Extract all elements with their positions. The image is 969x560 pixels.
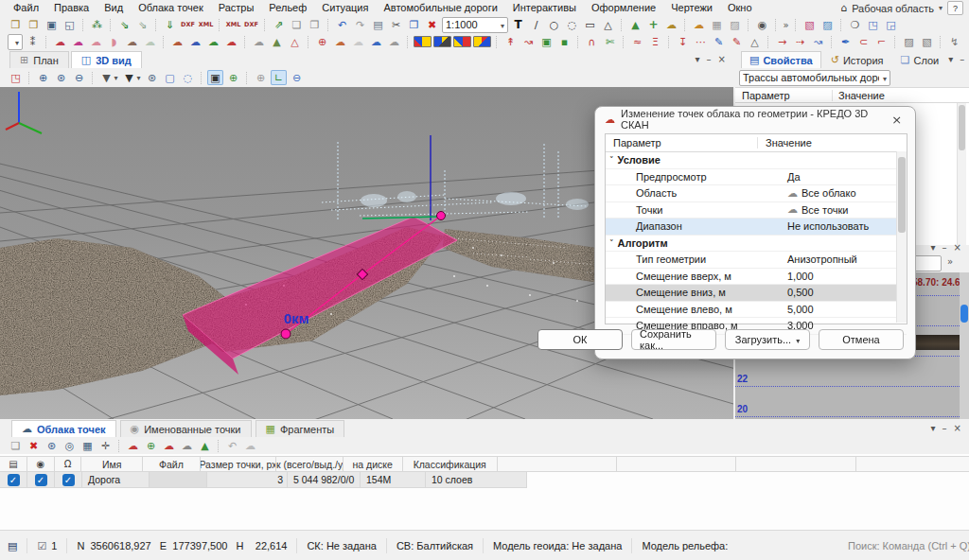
select-examine-icon[interactable]: ⊛ <box>144 70 160 85</box>
loop-tool-icon[interactable]: ∩ <box>584 34 600 49</box>
delete-item-icon[interactable]: ✖ <box>26 438 42 453</box>
param-row[interactable]: Точки Все точки <box>606 202 907 219</box>
cloud-move-icon[interactable]: ☁ <box>332 34 348 49</box>
scale-select[interactable]: 1:1000 <box>442 17 508 33</box>
cancel-button[interactable]: Отмена <box>819 329 904 350</box>
rail-lines-icon[interactable]: Ξ <box>647 34 663 49</box>
redo-icon[interactable]: ↷ <box>352 17 368 32</box>
zoom-out-icon[interactable]: ⊖ <box>71 70 87 85</box>
coordinate-system[interactable]: СК: Не задана <box>307 540 376 551</box>
import-cloud-icon[interactable]: ⇘ <box>116 17 132 32</box>
param-row-highlighted[interactable]: ДиапазонНе использовать <box>606 219 907 236</box>
cloud-restore-icon[interactable]: ↶ <box>224 438 240 453</box>
tab-3d-view[interactable]: ◫ 3D вид <box>71 51 142 68</box>
load-button[interactable]: Загрузить... <box>725 329 810 350</box>
raster-one-icon[interactable]: ▦ <box>709 17 725 32</box>
column-file[interactable]: Файл <box>143 456 201 472</box>
dialog-scrollbar[interactable] <box>896 151 907 323</box>
paste-icon[interactable]: ▤ <box>370 17 386 32</box>
cloud-section-icon[interactable]: ◗ <box>106 34 122 49</box>
raster-two-icon[interactable]: ▨ <box>727 17 743 32</box>
open-document-icon[interactable]: ❒ <box>8 17 24 32</box>
rail-zigzag-icon[interactable]: ≈ <box>629 34 645 49</box>
dots-tool-icon[interactable]: ⋯ <box>693 34 709 49</box>
column-classification[interactable]: Классификация <box>403 456 498 472</box>
diagram-pink-icon[interactable]: ▧ <box>802 17 818 32</box>
find-item-icon[interactable]: ⊛ <box>44 438 60 453</box>
arrow-one-icon[interactable]: → <box>774 34 790 49</box>
panel-collapse-icon[interactable]: ▾ <box>696 54 700 64</box>
menu-drawings[interactable]: Чертежи <box>663 0 720 16</box>
workspace-label[interactable]: Рабочая область <box>852 3 934 14</box>
copy-view-icon[interactable]: ❏ <box>289 17 305 32</box>
wave-arrow-icon[interactable]: ↝ <box>810 34 826 49</box>
axis-tool-icon[interactable]: ↧ <box>675 34 691 49</box>
cloud-above-icon[interactable]: ☁ <box>142 34 158 49</box>
pen-tool-icon[interactable]: ✒ <box>837 34 854 49</box>
delete-icon[interactable]: ✖ <box>424 17 440 32</box>
cut-icon[interactable]: ✂ <box>388 17 404 32</box>
menu-file[interactable]: Файл <box>6 0 46 16</box>
point-numbers-icon[interactable]: ⁑ <box>25 34 41 49</box>
cloud-locate-icon[interactable]: ⊕ <box>143 438 159 453</box>
new-item-icon[interactable]: ❏ <box>8 438 24 453</box>
param-row-selected[interactable]: Смещение вниз, м0,500 <box>606 285 907 302</box>
tree-tool-icon[interactable]: ↟ <box>964 34 969 49</box>
menu-roads[interactable]: Автомобильные дороги <box>376 0 504 16</box>
column-name[interactable]: Имя <box>81 456 143 472</box>
classify-auto-icon[interactable] <box>473 36 491 47</box>
panel-close-icon[interactable]: × <box>718 54 726 64</box>
cloud-noise-icon[interactable]: ☁ <box>223 34 239 49</box>
text-tool-icon[interactable]: T <box>510 17 526 32</box>
param-row[interactable]: Смещение влево, м5,000 <box>606 302 907 319</box>
circle-tool-icon[interactable]: ◌ <box>564 17 580 32</box>
menu-point-clouds[interactable]: Облака точек <box>131 0 211 16</box>
group-caret-icon[interactable]: ˅ <box>609 238 614 248</box>
diag-view-two-icon[interactable]: ▧ <box>919 34 935 49</box>
cloud-point-icon[interactable]: ☁ <box>368 34 384 49</box>
panel-collapse-icon[interactable]: ▾ <box>948 54 953 64</box>
trajectory-curve-icon[interactable]: ↝ <box>520 34 537 49</box>
copy-icon[interactable]: ❐ <box>406 17 422 32</box>
dialog-titlebar[interactable]: ☁ Изменение точек облака по геометрии - … <box>595 107 915 131</box>
menu-interactives[interactable]: Интерактивы <box>505 0 584 16</box>
project-structure-icon[interactable]: ⁂ <box>89 17 105 32</box>
export-dxf-icon[interactable]: DXF <box>243 17 259 32</box>
menu-view[interactable]: Вид <box>97 0 131 16</box>
cloud-open-icon[interactable]: ☁ <box>691 17 707 32</box>
save-icon[interactable]: ▣ <box>44 17 60 32</box>
command-search[interactable]: Поиск: Команда (Ctrl + Q) <box>848 540 969 551</box>
import-dxf-icon[interactable]: DXF <box>180 17 196 32</box>
view-pan-icon[interactable]: ⊕ <box>253 70 269 85</box>
tab-layers[interactable]: ❏ Слои <box>893 52 947 68</box>
object-selector[interactable]: Трассы автомобильных дорог (1) <box>739 70 890 86</box>
save-as-button[interactable]: Сохранить как... <box>631 329 716 350</box>
select-rect-icon[interactable]: ▢ <box>162 70 178 85</box>
eye-tool-icon[interactable]: ◉ <box>754 17 770 32</box>
ok-button[interactable]: ОК <box>537 329 623 350</box>
select-lasso-icon[interactable]: ◌ <box>180 70 196 85</box>
menu-relief[interactable]: Рельеф <box>261 0 314 16</box>
settings-tools-icon[interactable]: ✛ <box>97 438 114 453</box>
point-add-icon[interactable]: + <box>645 17 661 32</box>
panel-minimize-icon[interactable]: – <box>943 242 947 253</box>
diagram-blue-icon[interactable]: ▨ <box>819 17 836 32</box>
panel-minimize-icon[interactable]: – <box>960 54 964 64</box>
help-button[interactable]: ? <box>947 1 963 15</box>
fit-view-icon[interactable]: ▣ <box>207 70 223 85</box>
cloud-filter-select[interactable] <box>8 34 23 50</box>
view-axes-icon[interactable]: ∟ <box>271 70 287 85</box>
curve-c-icon[interactable]: ⊂ <box>855 34 872 49</box>
visible-checkbox[interactable]: ✓ <box>8 474 20 486</box>
column-points-count[interactable]: ек (всего/выд./уд <box>276 456 344 472</box>
cloud-flag-icon[interactable]: ☁ <box>187 34 203 49</box>
tab-point-clouds[interactable]: ☁ Облака точек <box>11 420 116 437</box>
cloud-outline-icon[interactable]: ☁ <box>251 34 267 49</box>
cloud-gray-icon[interactable]: ☁ <box>386 34 402 49</box>
window-one-icon[interactable]: ◳ <box>865 17 881 32</box>
height-system[interactable]: СВ: Балтийская <box>396 540 473 551</box>
import-model-icon[interactable]: ⇓ <box>162 17 178 32</box>
tab-properties[interactable]: ▤ Свойства <box>741 51 821 68</box>
line-tool-icon[interactable]: ∕ <box>528 17 544 32</box>
view-orbit-free-icon[interactable]: ⊖ <box>289 70 305 85</box>
